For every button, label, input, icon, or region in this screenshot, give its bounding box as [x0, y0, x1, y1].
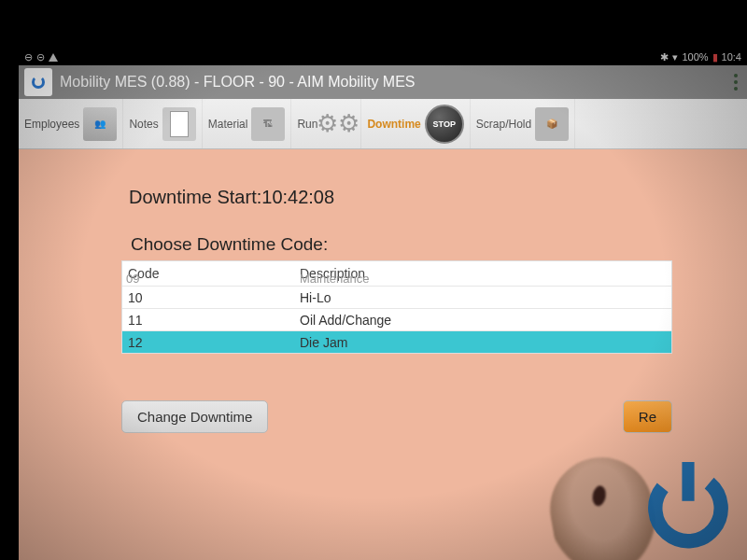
svg-rect-1: [682, 462, 694, 501]
tab-notes[interactable]: Notes: [123, 99, 202, 148]
downtime-start-label: Downtime Start:: [129, 187, 261, 207]
choose-code-label: Choose Downtime Code:: [131, 234, 672, 255]
downtime-label: Downtime: [367, 118, 420, 131]
gears-icon: ⚙⚙: [321, 107, 355, 141]
cell-desc: Hi-Lo: [300, 290, 671, 305]
return-button[interactable]: Re: [623, 400, 672, 433]
table-row[interactable]: 10Hi-Lo: [122, 286, 671, 308]
cell-desc: Oil Add/Change: [300, 313, 671, 328]
cell-code: 10: [122, 290, 300, 305]
app-title: Mobility MES (0.88) - FLOOR - 90 - AIM M…: [60, 74, 416, 91]
people-icon: 👥: [83, 107, 117, 141]
downtime-start-time: 10:42:08: [261, 187, 334, 207]
android-status-bar: ⊖ ⊝ ✱ ▾ 100% ▮ 10:4: [19, 49, 747, 65]
cell-desc: Die Jam: [300, 335, 671, 350]
button-row: Change Downtime Re: [121, 400, 672, 433]
run-label: Run: [297, 118, 317, 131]
battery-percent: 100%: [682, 51, 708, 63]
main-toolbar: Employees 👥 Notes Material 🏗 Run ⚙⚙ Down…: [19, 99, 747, 149]
warning-icon: [49, 53, 58, 62]
table-row[interactable]: 11Oil Add/Change: [122, 308, 671, 330]
col-code-header: Code: [122, 266, 300, 281]
ghost-prev-code: 09: [126, 272, 139, 286]
app-logo[interactable]: [24, 68, 52, 96]
cell-code: 11: [122, 313, 300, 328]
downtime-codes-table: Code Description 09 Maintenance 10Hi-Lo1…: [121, 260, 672, 354]
notes-label: Notes: [129, 118, 158, 131]
downtime-start: Downtime Start:10:42:08: [129, 187, 672, 208]
battery-icon: ▮: [712, 51, 718, 63]
cell-code: 12: [122, 335, 300, 350]
bluetooth-icon: ✱: [660, 51, 669, 63]
material-label: Material: [208, 118, 248, 131]
watermark-logo: [637, 452, 740, 554]
tab-material[interactable]: Material 🏗: [203, 99, 292, 148]
tab-run[interactable]: Run ⚙⚙: [291, 99, 361, 148]
wifi-icon: ▾: [672, 51, 678, 63]
table-header-row: Code Description 09 Maintenance: [122, 261, 671, 286]
change-downtime-button[interactable]: Change Downtime: [121, 400, 268, 433]
ghost-prev-desc: Maintenance: [300, 272, 369, 286]
employees-label: Employees: [24, 118, 79, 131]
scrap-label: Scrap/Hold: [476, 118, 531, 131]
table-row[interactable]: 12Die Jam: [122, 330, 671, 353]
clock: 10:4: [722, 51, 741, 63]
crate-icon: 📦: [535, 107, 569, 141]
tab-scrap-hold[interactable]: Scrap/Hold 📦: [471, 99, 575, 148]
power-icon: [32, 76, 45, 89]
clipboard-icon: [162, 107, 196, 141]
tab-employees[interactable]: Employees 👥: [19, 99, 123, 148]
forklift-icon: 🏗: [251, 107, 285, 141]
tab-downtime[interactable]: Downtime STOP: [361, 99, 470, 148]
overflow-menu-icon[interactable]: [730, 74, 741, 91]
stop-button-icon: STOP: [425, 105, 464, 144]
back-indicator-icon: ⊖: [24, 51, 33, 63]
stop-indicator-icon: ⊝: [36, 51, 45, 63]
app-header: Mobility MES (0.88) - FLOOR - 90 - AIM M…: [19, 65, 747, 99]
